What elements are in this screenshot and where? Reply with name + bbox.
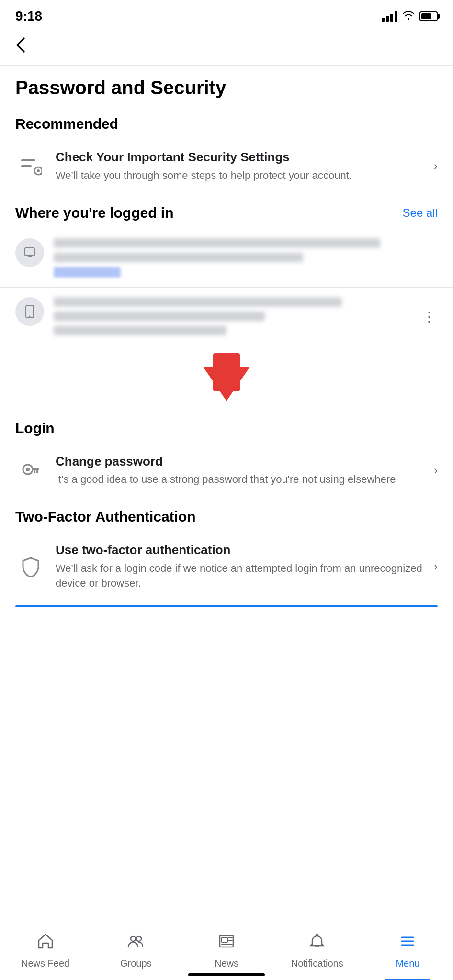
change-password-desc: It's a good idea to use a strong passwor… [56, 472, 426, 487]
check-security-title: Check Your Important Security Settings [56, 149, 426, 166]
svg-point-15 [136, 936, 141, 941]
back-button[interactable] [0, 29, 37, 65]
session-content-1 [54, 238, 438, 278]
nav-item-news[interactable]: News [181, 923, 272, 980]
home-icon [37, 933, 54, 954]
svg-rect-6 [28, 256, 32, 257]
svg-line-4 [41, 174, 42, 176]
bottom-navigation: News Feed Groups News [0, 923, 453, 980]
session-item-1 [0, 229, 453, 288]
news-icon [218, 933, 235, 954]
logged-in-heading: Where you're logged in [15, 205, 174, 221]
session-time-2 [54, 326, 226, 335]
red-arrow-icon [204, 368, 249, 401]
two-factor-chevron-icon: › [434, 560, 438, 573]
nav-item-groups[interactable]: Groups [91, 923, 181, 980]
change-password-content: Change password It's a good idea to use … [56, 454, 426, 488]
shield-icon [15, 551, 46, 582]
session-device-name-1 [54, 238, 380, 248]
red-arrow-annotation [0, 345, 453, 409]
page-title: Password and Security [0, 66, 453, 104]
nav-label-menu: Menu [396, 958, 419, 969]
two-factor-heading: Two-Factor Authentication [0, 497, 453, 533]
nav-item-menu[interactable]: Menu [362, 923, 453, 980]
nav-label-notifications: Notifications [291, 958, 343, 969]
menu-icon [399, 933, 416, 954]
session-location-2 [54, 312, 265, 321]
session-device-name-2 [54, 297, 342, 307]
login-heading: Login [0, 409, 453, 444]
groups-icon [127, 933, 145, 954]
two-factor-title: Use two-factor authentication [56, 542, 426, 558]
svg-point-10 [26, 468, 30, 471]
recommended-heading: Recommended [0, 104, 453, 140]
svg-point-8 [29, 315, 31, 317]
logged-in-header: Where you're logged in See all [0, 193, 453, 229]
home-indicator [188, 973, 265, 976]
svg-rect-0 [21, 159, 35, 161]
nav-label-news-feed: News Feed [21, 958, 69, 969]
two-factor-content: Use two-factor authentication We'll ask … [56, 542, 426, 590]
two-factor-desc: We'll ask for a login code if we notice … [56, 561, 426, 591]
session-options-button[interactable]: ⋮ [419, 306, 440, 326]
check-security-content: Check Your Important Security Settings W… [56, 149, 426, 183]
svg-point-3 [37, 169, 40, 172]
nav-label-groups: Groups [120, 958, 152, 969]
svg-rect-5 [25, 248, 34, 256]
nav-item-news-feed[interactable]: News Feed [0, 923, 91, 980]
change-password-title: Change password [56, 454, 426, 470]
svg-rect-12 [36, 470, 38, 473]
active-section-indicator [15, 605, 438, 607]
svg-point-14 [131, 936, 136, 941]
svg-rect-17 [222, 937, 227, 942]
session-location-1 [54, 253, 303, 262]
change-password-chevron-icon: › [434, 464, 438, 477]
two-factor-item[interactable]: Use two-factor authentication We'll ask … [0, 533, 453, 605]
chevron-right-icon: › [434, 159, 438, 173]
session-content-2 [54, 297, 438, 335]
change-password-item[interactable]: Change password It's a good idea to use … [0, 444, 453, 498]
wifi-icon [402, 10, 415, 23]
status-bar: 9:18 [0, 0, 453, 29]
session-device-icon-2 [15, 297, 44, 326]
check-security-desc: We'll take you through some steps to hel… [56, 168, 426, 183]
session-item-2: ⋮ [0, 288, 453, 345]
svg-rect-13 [34, 470, 35, 473]
status-icons [382, 10, 438, 23]
bell-icon [308, 933, 326, 954]
nav-item-notifications[interactable]: Notifications [272, 923, 362, 980]
security-check-icon [15, 151, 46, 181]
nav-label-news: News [215, 958, 238, 969]
key-icon [15, 455, 46, 486]
svg-rect-11 [32, 468, 39, 470]
session-status-1 [54, 267, 121, 278]
check-security-item[interactable]: Check Your Important Security Settings W… [0, 140, 453, 193]
session-device-icon-1 [15, 238, 44, 267]
battery-icon [419, 11, 438, 21]
svg-rect-1 [21, 165, 32, 167]
status-time: 9:18 [15, 9, 42, 24]
see-all-button[interactable]: See all [403, 206, 438, 220]
signal-bars-icon [382, 11, 397, 22]
